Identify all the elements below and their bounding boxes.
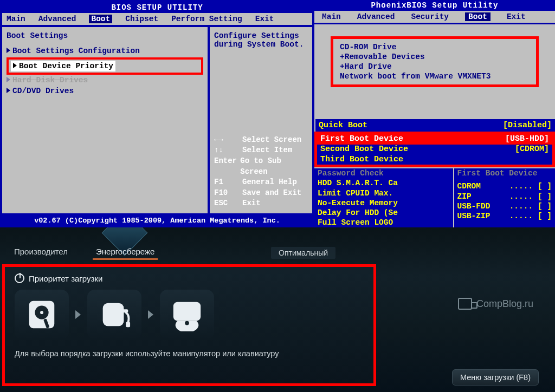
option-row[interactable]: ZIP..... [ ] xyxy=(454,192,555,201)
ami-menu-boot[interactable]: Boot xyxy=(89,15,112,23)
boot-priority-hint: Для выбора порядка загрузки используйте … xyxy=(15,349,364,358)
ami-bios-window: BIOS SETUP UTILITY Main Advanced Boot Ch… xyxy=(0,0,314,227)
triangle-icon xyxy=(7,48,10,53)
ami-help-text: Configure Settings during System Boot. xyxy=(214,31,308,49)
ami-item-boot-settings-cfg[interactable]: Boot Settings Configuration xyxy=(7,45,203,56)
svg-rect-4 xyxy=(103,303,124,326)
phoenix-menu-boot[interactable]: Boot xyxy=(465,12,491,21)
options-header: First Boot Device xyxy=(454,168,555,178)
triangle-icon xyxy=(7,77,10,82)
award-options-col: First Boot Device CDROM..... [ ] ZIP....… xyxy=(454,167,555,227)
option-row[interactable]: USB-FDD..... [ ] xyxy=(454,201,555,211)
ami-menu-exit[interactable]: Exit xyxy=(255,15,274,23)
ami-item-cddvd[interactable]: CD/DVD Drives xyxy=(7,86,203,96)
phoenix-boot-item[interactable]: Network boot from VMware VMXNET3 xyxy=(340,71,530,81)
setting-line[interactable]: Password Check xyxy=(314,168,453,178)
phoenix-bios-window: PhoenixBIOS Setup Utility Main Advanced … xyxy=(314,0,555,119)
chevron-right-icon xyxy=(75,310,81,319)
usb-drive-icon xyxy=(98,298,131,331)
triangle-icon xyxy=(13,63,17,68)
phoenix-boot-item[interactable]: CD-ROM Drive xyxy=(340,42,530,52)
phoenix-menu-main[interactable]: Main xyxy=(322,12,341,21)
ami-body: Boot Settings Boot Settings Configuratio… xyxy=(2,27,312,213)
setting-line[interactable]: HDD S.M.A.R.T. Ca xyxy=(314,178,453,188)
svg-rect-7 xyxy=(173,302,201,321)
phoenix-title: PhoenixBIOS Setup Utility xyxy=(314,0,555,11)
ami-menu-bar: Main Advanced Boot Chipset Perform Setti… xyxy=(2,13,312,27)
uefi-window: Производител Энергосбереже Оптимальный П… xyxy=(0,227,555,392)
highlight-red-box: First Boot Device [USB-HDD] Second Boot … xyxy=(314,132,555,167)
phoenix-boot-item[interactable]: +Removable Devices xyxy=(340,52,530,62)
ami-left-pane: Boot Settings Boot Settings Configuratio… xyxy=(2,27,210,213)
award-settings-col: Password Check HDD S.M.A.R.T. Ca Limit C… xyxy=(314,167,454,227)
phoenix-boot-item[interactable]: +Hard Drive xyxy=(340,62,530,71)
third-boot-device-row[interactable]: Third Boot Device xyxy=(317,155,552,165)
uefi-tab-performance[interactable]: Производител xyxy=(11,245,71,260)
option-row[interactable]: CDROM..... [ ] xyxy=(454,181,555,191)
ami-title: BIOS SETUP UTILITY xyxy=(2,2,312,13)
chevron-right-icon xyxy=(148,310,153,319)
first-boot-device-row[interactable]: First Boot Device [USB-HDD] xyxy=(317,134,552,145)
ami-footer: v02.67 (C)Copyright 1985-2009, American … xyxy=(2,213,312,226)
quick-boot-row[interactable]: Quick Boot [Disabled] xyxy=(314,119,555,132)
uefi-tab-optimal[interactable]: Оптимальный xyxy=(271,247,335,259)
option-row[interactable]: USB-ZIP..... [ ] xyxy=(454,211,555,221)
second-boot-device-row[interactable]: Second Boot Device [CDROM] xyxy=(317,145,552,155)
phoenix-menu-bar: Main Advanced Security Boot Exit xyxy=(314,11,555,24)
boot-tile-hdd[interactable] xyxy=(15,290,69,339)
boot-tile-cd[interactable] xyxy=(160,290,214,339)
highlight-red-box: Приоритет загрузки Для выбора порядка за… xyxy=(2,264,376,386)
watermark-logo: CompBlog.ru xyxy=(458,298,533,310)
ami-right-pane: Configure Settings during System Boot. ←… xyxy=(210,27,312,213)
ami-section-heading: Boot Settings xyxy=(7,31,203,40)
ami-menu-main[interactable]: Main xyxy=(7,15,25,23)
highlight-red-box: CD-ROM Drive +Removable Devices +Hard Dr… xyxy=(331,36,539,87)
cd-drive-icon xyxy=(170,298,204,331)
setting-line[interactable]: Delay For HDD (Se xyxy=(314,208,453,218)
setting-line[interactable]: Full Screen LOGO xyxy=(314,218,453,227)
ami-item-hdd[interactable]: Hard Disk Drives xyxy=(7,75,203,86)
phoenix-menu-exit[interactable]: Exit xyxy=(507,12,526,21)
boot-menu-button[interactable]: Меню загрузки (F8) xyxy=(452,369,539,386)
highlight-red-box: Boot Device Priority xyxy=(7,57,203,75)
ami-menu-advanced[interactable]: Advanced xyxy=(38,15,76,23)
ami-key-help: ←→Select Screen ↑↓Select Item EnterGo to… xyxy=(214,135,308,209)
phoenix-menu-advanced[interactable]: Advanced xyxy=(357,12,395,21)
award-lower-panel: Password Check HDD S.M.A.R.T. Ca Limit C… xyxy=(314,167,555,227)
boot-priority-tiles xyxy=(15,290,364,339)
computer-icon xyxy=(458,298,472,310)
boot-priority-heading: Приоритет загрузки xyxy=(15,273,364,283)
phoenix-body: CD-ROM Drive +Removable Devices +Hard Dr… xyxy=(314,24,555,99)
svg-rect-5 xyxy=(122,309,128,312)
boot-tile-usb[interactable] xyxy=(87,290,141,339)
ami-item-boot-device-priority[interactable]: Boot Device Priority xyxy=(11,61,115,71)
phoenix-menu-security[interactable]: Security xyxy=(411,12,449,21)
power-icon xyxy=(15,273,24,283)
setting-line[interactable]: No-Execute Memory xyxy=(314,198,453,208)
svg-point-2 xyxy=(40,311,43,314)
setting-line[interactable]: Limit CPUID Max. xyxy=(314,188,453,198)
ami-menu-perform[interactable]: Perform Setting xyxy=(171,15,242,23)
triangle-icon xyxy=(7,88,10,93)
ami-menu-chipset[interactable]: Chipset xyxy=(125,15,158,23)
hdd-icon xyxy=(25,298,59,331)
uefi-tab-powersave[interactable]: Энергосбереже xyxy=(93,245,158,260)
uefi-tab-bar: Производител Энергосбереже xyxy=(11,245,158,260)
svg-rect-6 xyxy=(126,322,130,328)
svg-point-8 xyxy=(185,321,189,325)
award-bios-panel: Quick Boot [Disabled] First Boot Device … xyxy=(314,119,555,227)
